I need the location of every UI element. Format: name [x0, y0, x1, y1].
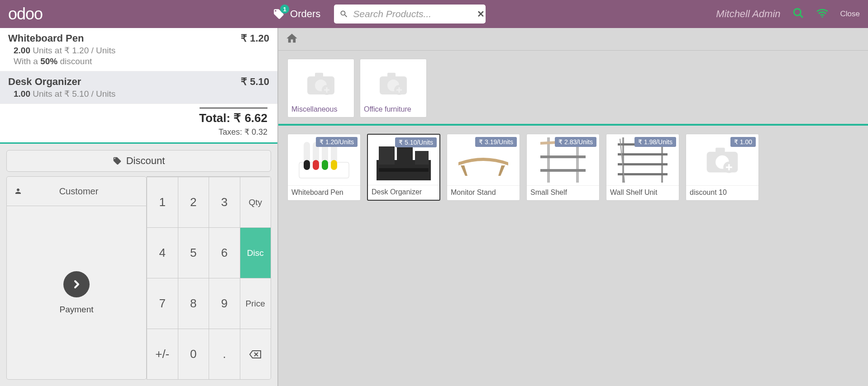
numpad-2[interactable]: 2: [178, 177, 209, 227]
product-card[interactable]: ₹ 1.00discount 10: [686, 134, 759, 201]
products-area: ₹ 1.20/UnitsWhiteboard Pen₹ 5.10/UnitsDe…: [278, 126, 868, 209]
price-tag: ₹ 2.83/Units: [555, 137, 596, 147]
close-button[interactable]: Close: [840, 9, 860, 19]
orders-badge: 1: [280, 5, 289, 14]
total-label: Total:: [199, 111, 230, 125]
svg-rect-33: [540, 155, 586, 158]
svg-rect-30: [379, 168, 429, 172]
line-unit-label: Units at: [33, 89, 62, 99]
svg-rect-38: [618, 153, 668, 155]
product-name: Whiteboard Pen: [288, 185, 360, 200]
logo: odoo: [8, 5, 43, 24]
category-label: Office furniture: [364, 105, 423, 113]
product-name: Desk Organizer: [368, 185, 439, 200]
numpad-dot[interactable]: .: [209, 329, 240, 379]
breadcrumb-bar: [278, 28, 868, 51]
user-name[interactable]: Mitchell Admin: [716, 8, 780, 20]
search-input[interactable]: [353, 9, 472, 19]
orders-label: Orders: [290, 8, 320, 20]
numpad-1[interactable]: 1: [147, 177, 178, 227]
svg-rect-34: [540, 169, 586, 172]
chevron-right-icon: [63, 271, 90, 297]
svg-rect-40: [618, 173, 668, 175]
svg-point-0: [794, 9, 801, 15]
price-tag: ₹ 3.19/Units: [475, 137, 517, 147]
svg-rect-39: [618, 163, 668, 165]
numpad-qty[interactable]: Qty: [240, 177, 271, 227]
payment-button[interactable]: Payment: [6, 206, 147, 380]
product-card[interactable]: ₹ 3.19/UnitsMonitor Stand: [447, 134, 520, 201]
svg-rect-6: [315, 73, 323, 77]
discount-button[interactable]: Discount: [6, 150, 271, 172]
orders-button[interactable]: 1 Orders: [273, 8, 320, 20]
categories-row: Miscellaneous Office furniture: [278, 51, 868, 124]
numpad-6[interactable]: 6: [209, 227, 240, 278]
customer-label: Customer: [29, 186, 146, 197]
search-box[interactable]: ✕: [334, 5, 486, 24]
customer-button[interactable]: Customer: [6, 176, 147, 206]
svg-rect-29: [415, 151, 429, 165]
discount-pct: 50%: [40, 56, 57, 66]
line-unit-price: ₹ 5.10 / Units: [64, 89, 115, 99]
numpad: 1 2 3 Qty 4 5 6 Disc 7 8 9 Price +/- 0 .: [147, 176, 271, 380]
price-tag: ₹ 5.10/Units: [395, 137, 437, 147]
numpad-8[interactable]: 8: [178, 278, 209, 329]
numpad-3[interactable]: 3: [209, 177, 240, 227]
order-line[interactable]: Desk Organizer ₹ 5.10 1.00 Units at ₹ 5.…: [0, 71, 277, 104]
product-card[interactable]: ₹ 1.98/UnitsWall Shelf Unit: [606, 134, 679, 201]
discount-prefix: With a: [14, 56, 38, 66]
svg-rect-19: [304, 160, 310, 170]
svg-rect-25: [331, 160, 337, 170]
home-icon[interactable]: [286, 32, 298, 47]
svg-rect-21: [313, 160, 319, 170]
order-lines: Whiteboard Pen ₹ 1.20 2.00 Units at ₹ 1.…: [0, 28, 277, 104]
product-card[interactable]: ₹ 2.83/UnitsSmall Shelf: [526, 134, 600, 201]
numpad-disc[interactable]: Disc: [240, 227, 271, 278]
svg-rect-12: [387, 73, 396, 77]
product-card[interactable]: ₹ 1.20/UnitsWhiteboard Pen: [287, 134, 361, 201]
numpad-plusminus[interactable]: +/-: [147, 329, 178, 379]
totals: Total: ₹ 6.62 Taxes: ₹ 0.32: [0, 104, 277, 142]
product-name: Small Shelf: [527, 185, 599, 200]
discount-suffix: discount: [60, 56, 92, 66]
placeholder-icon: [291, 63, 350, 104]
product-card[interactable]: ₹ 5.10/UnitsDesk Organizer: [367, 134, 440, 201]
svg-point-2: [821, 16, 823, 18]
payment-label: Payment: [60, 305, 94, 315]
category-card[interactable]: Office furniture: [360, 59, 427, 118]
product-name: discount 10: [686, 185, 758, 200]
backspace-icon: [249, 349, 262, 359]
line-price: ₹ 5.10: [241, 76, 269, 88]
top-header: odoo 1 Orders ✕ Mitchell Admin Close: [0, 0, 868, 28]
order-panel: Whiteboard Pen ₹ 1.20 2.00 Units at ₹ 1.…: [0, 28, 278, 386]
numpad-price[interactable]: Price: [240, 278, 271, 329]
price-tag: ₹ 1.20/Units: [316, 137, 358, 147]
line-product-name: Whiteboard Pen: [8, 33, 84, 44]
svg-line-1: [800, 14, 803, 18]
taxes-label: Taxes:: [219, 127, 242, 137]
barcode-search-icon[interactable]: [792, 7, 804, 21]
numpad-7[interactable]: 7: [147, 278, 178, 329]
placeholder-icon: [364, 63, 423, 104]
price-tag: ₹ 1.98/Units: [634, 137, 676, 147]
order-line[interactable]: Whiteboard Pen ₹ 1.20 2.00 Units at ₹ 1.…: [0, 28, 277, 71]
line-product-name: Desk Organizer: [8, 76, 81, 88]
category-card[interactable]: Miscellaneous: [287, 59, 354, 118]
tag-icon: [113, 156, 122, 165]
numpad-backspace[interactable]: [240, 329, 271, 379]
line-qty: 1.00: [14, 89, 30, 99]
clear-icon[interactable]: ✕: [477, 9, 485, 19]
svg-rect-43: [715, 148, 725, 153]
numpad-9[interactable]: 9: [209, 278, 240, 329]
line-unit-label: Units at: [33, 46, 62, 55]
numpad-4[interactable]: 4: [147, 227, 178, 278]
numpad-0[interactable]: 0: [178, 329, 209, 379]
category-label: Miscellaneous: [291, 105, 350, 113]
product-name: Wall Shelf Unit: [606, 185, 679, 200]
svg-rect-27: [379, 146, 395, 165]
taxes-amount: ₹ 0.32: [244, 127, 267, 137]
line-unit-price: ₹ 1.20 / Units: [64, 46, 115, 55]
line-qty: 2.00: [14, 46, 30, 55]
numpad-5[interactable]: 5: [178, 227, 209, 278]
wifi-icon: [816, 8, 829, 20]
